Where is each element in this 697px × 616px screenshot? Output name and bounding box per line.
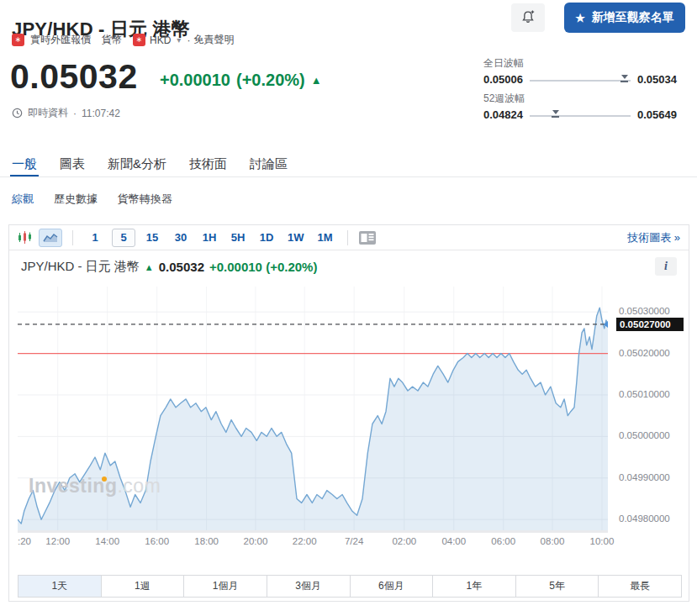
- range-marker-icon: [552, 110, 558, 118]
- change-percent: (+0.20%): [236, 71, 305, 90]
- range-marker-icon: [620, 75, 627, 83]
- interval-group: 1515301H5H1D1W1M: [83, 229, 337, 247]
- realtime-status: 即時資料 · 11:07:42: [12, 106, 120, 120]
- toolbar-divider: [72, 230, 73, 245]
- investing-watermark: Investing.com: [29, 475, 161, 498]
- x-axis-label-3: 16:00: [145, 536, 169, 546]
- chart-title-row: JPY/HKD - 日元 港幣 ▲ 0.05032 +0.00010 (+0.2…: [21, 259, 317, 275]
- 52wk-range-track: [530, 115, 631, 117]
- timeframe-buttons: 1天1週1個月3個月6個月1年5年最長: [18, 575, 682, 598]
- day-range-high: 0.05034: [637, 73, 677, 86]
- x-axis-label-0: :20: [18, 536, 31, 546]
- candlestick-chart-button[interactable]: [18, 230, 33, 245]
- main-tab-3[interactable]: 技術面: [189, 156, 227, 176]
- timeframe-button-5[interactable]: 1年: [433, 576, 516, 597]
- tabs-divider: [0, 176, 697, 177]
- chart-widget: 1515301H5H1D1W1M 技術圖表 » JPY/HKD - 日元 港幣 …: [8, 224, 689, 602]
- timeframe-button-2[interactable]: 1個月: [184, 576, 267, 597]
- y-axis-label-0: 0.05030000: [619, 306, 670, 316]
- alert-bell-icon: [520, 8, 536, 28]
- x-axis-labels: :2012:0014:0016:0018:0020:0022:007/2402:…: [18, 536, 608, 548]
- x-axis-label-12: 10:00: [590, 536, 615, 546]
- x-axis-label-6: 22:00: [293, 536, 317, 546]
- interval-button-1[interactable]: 5: [112, 229, 135, 247]
- timeframe-button-7[interactable]: 最長: [599, 576, 681, 597]
- clock-icon: [12, 108, 23, 118]
- day-range-block: 全日波幅 0.05006 0.05034: [483, 56, 685, 86]
- x-axis-label-2: 14:00: [95, 536, 119, 546]
- toolbar-divider: [347, 230, 348, 245]
- day-range-track: [530, 80, 631, 82]
- chart-hscroll[interactable]: [18, 530, 608, 533]
- interval-button-3[interactable]: 30: [169, 229, 193, 247]
- breadcrumb-forex-link[interactable]: 實時外匯報價: [30, 33, 91, 47]
- 52wk-range-low: 0.04824: [483, 108, 523, 121]
- interval-button-8[interactable]: 1M: [314, 229, 337, 247]
- timeframe-button-6[interactable]: 5年: [516, 576, 599, 597]
- 52wk-range-label: 52週波幅: [483, 92, 685, 106]
- timeframe-button-4[interactable]: 6個月: [351, 576, 434, 597]
- chart-change: +0.00010 (+0.20%): [209, 260, 317, 274]
- sub-tab-2[interactable]: 貨幣轉換器: [118, 192, 172, 207]
- candlestick-icon: [18, 230, 33, 245]
- watermark-dot-icon: [102, 476, 107, 482]
- sub-tab-0[interactable]: 綜觀: [12, 192, 34, 207]
- news-panel-icon: [358, 230, 377, 245]
- y-axis-label-4: 0.04990000: [619, 472, 670, 482]
- chart-toolbar: 1515301H5H1D1W1M 技術圖表 »: [9, 225, 689, 250]
- chart-price: 0.05032: [159, 260, 204, 274]
- breadcrumb-currency-link[interactable]: 貨幣: [102, 33, 122, 47]
- x-axis-label-10: 06:00: [491, 536, 515, 546]
- chevron-down-icon[interactable]: ▾: [177, 35, 181, 45]
- status-time: 11:07:42: [82, 108, 120, 119]
- hk-flag-icon: ∗: [12, 34, 24, 46]
- interval-button-7[interactable]: 1W: [283, 229, 309, 247]
- 52wk-range-block: 52週波幅 0.04824 0.05649: [483, 92, 685, 121]
- x-axis-label-1: 12:00: [45, 536, 70, 546]
- interval-button-6[interactable]: 1D: [255, 229, 278, 247]
- create-alert-button[interactable]: [511, 3, 545, 32]
- x-axis-label-7: 7/24: [345, 536, 363, 546]
- disclaimer-link[interactable]: 免責聲明: [193, 33, 234, 47]
- day-range-label: 全日波幅: [483, 56, 685, 71]
- watchlist-button-label: 新增至觀察名單: [592, 10, 674, 25]
- sub-tabs: 綜觀歷史數據貨幣轉換器: [12, 192, 172, 207]
- interval-button-2[interactable]: 15: [140, 229, 164, 247]
- interval-button-4[interactable]: 1H: [198, 229, 221, 247]
- interval-button-0[interactable]: 1: [83, 229, 107, 247]
- change-value: +0.00010: [160, 71, 230, 90]
- main-tab-1[interactable]: 圖表: [60, 156, 85, 176]
- star-icon: ★: [575, 13, 585, 24]
- status-label: 即時資料: [28, 106, 68, 120]
- add-to-watchlist-button[interactable]: ★ 新增至觀察名單: [564, 3, 685, 33]
- hk-flag-icon: ∗: [133, 34, 145, 46]
- sub-tab-1[interactable]: 歷史數據: [54, 192, 98, 207]
- 52wk-range-high: 0.05649: [637, 108, 677, 121]
- breadcrumb-dot: ·: [187, 34, 190, 46]
- info-icon[interactable]: i: [655, 257, 677, 276]
- main-tab-0[interactable]: 一般: [12, 156, 37, 176]
- status-dot: ·: [73, 108, 77, 119]
- technical-chart-link[interactable]: 技術圖表 »: [627, 230, 680, 245]
- x-axis-label-9: 04:00: [441, 536, 466, 546]
- price-chart-plot[interactable]: Investing.com 0.050300000.050200000.0501…: [18, 287, 682, 530]
- watermark-tld: .com: [117, 475, 161, 497]
- x-axis-label-11: 08:00: [541, 536, 565, 546]
- y-axis-label-2: 0.05010000: [619, 389, 670, 399]
- main-tab-2[interactable]: 新聞&分析: [108, 156, 166, 176]
- timeframe-button-3[interactable]: 3個月: [267, 576, 351, 597]
- area-chart-button[interactable]: [39, 229, 62, 247]
- x-axis-label-4: 18:00: [194, 536, 219, 546]
- main-tab-4[interactable]: 討論區: [250, 156, 288, 176]
- currency-selector[interactable]: HKD: [150, 34, 171, 46]
- up-arrow-icon: ▲: [311, 74, 322, 87]
- news-overlay-button[interactable]: [358, 230, 377, 245]
- x-axis-label-8: 02:00: [392, 536, 416, 546]
- y-axis-label-5: 0.04980000: [619, 513, 670, 524]
- chart-title: JPY/HKD - 日元 港幣: [21, 259, 140, 275]
- timeframe-button-1[interactable]: 1週: [102, 576, 185, 597]
- timeframe-button-0[interactable]: 1天: [18, 576, 102, 597]
- x-axis-label-5: 20:00: [244, 536, 268, 546]
- main-tabs: 一般圖表新聞&分析技術面討論區: [12, 156, 288, 176]
- interval-button-5[interactable]: 5H: [226, 229, 250, 247]
